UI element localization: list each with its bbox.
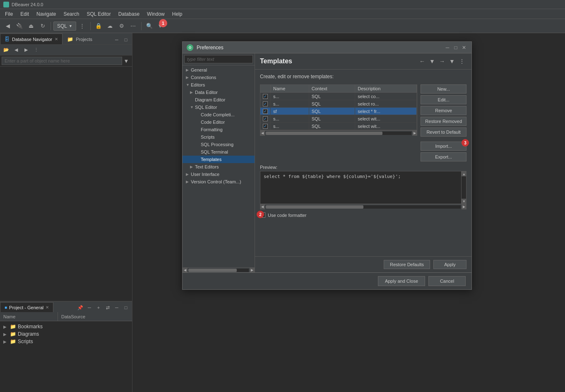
tab-project-general[interactable]: ■ Project - General ✕ xyxy=(0,302,53,312)
table-scroll-right[interactable]: ▶ xyxy=(412,131,417,136)
preview-hscroll-right[interactable]: ▶ xyxy=(462,204,466,209)
pref-user-interface[interactable]: ▶ User Interface xyxy=(183,171,255,178)
panel-minimize[interactable]: ─ xyxy=(112,35,121,44)
menu-database[interactable]: Database xyxy=(115,10,143,18)
toolbar-btn-lock[interactable]: 🔒 xyxy=(93,21,104,31)
pref-templates[interactable]: Templates xyxy=(183,156,255,163)
restore-defaults-button[interactable]: Restore Defaults xyxy=(384,260,430,269)
pref-nav-dropdown[interactable]: ▼ xyxy=(428,57,437,66)
cancel-button[interactable]: Cancel xyxy=(428,276,466,286)
remove-template-button[interactable]: Remove xyxy=(421,106,466,115)
edit-template-button[interactable]: Edit... xyxy=(421,95,466,104)
revert-default-button[interactable]: Revert to Default xyxy=(421,127,466,137)
pref-connections[interactable]: ▶ Connections xyxy=(183,74,255,81)
pref-diagram-editor[interactable]: Diagram Editor xyxy=(183,96,255,103)
pref-sql-editor[interactable]: ▼ SQL Editor xyxy=(183,103,255,111)
col-header-description[interactable]: Description xyxy=(355,85,417,93)
pref-nav-more[interactable]: ⋮ xyxy=(457,57,466,66)
preview-box: select * from ${table} where ${column}='… xyxy=(260,171,466,204)
export-button[interactable]: Export... xyxy=(421,152,466,161)
toolbar-btn-cloud[interactable]: ☁ xyxy=(105,21,115,31)
close-database-navigator[interactable]: ✕ xyxy=(55,37,58,41)
tree-scroll-right[interactable]: ▶ xyxy=(250,268,255,273)
table-row[interactable]: ✓ s... SQL select ro... xyxy=(260,100,417,108)
restore-removed-button[interactable]: Restore Removed xyxy=(421,117,466,126)
project-add[interactable]: + xyxy=(94,303,103,312)
pref-code-editor[interactable]: Code Editor xyxy=(183,118,255,126)
menu-sql-editor[interactable]: SQL Editor xyxy=(83,10,114,18)
preview-scroll-down[interactable]: ▼ xyxy=(462,199,466,204)
toolbar-btn-dots[interactable]: ⋯ xyxy=(128,21,139,31)
project-maximize2[interactable]: □ xyxy=(121,303,130,312)
toolbar-btn-more[interactable]: ⋮ xyxy=(77,21,88,31)
pref-version-control[interactable]: ▶ Version Control (Team...) xyxy=(183,178,255,185)
pref-nav-dropdown2[interactable]: ▼ xyxy=(447,57,457,66)
pref-filter-input[interactable] xyxy=(184,55,253,63)
pref-editors[interactable]: ▼ Editors xyxy=(183,81,255,89)
table-scroll-left[interactable]: ◀ xyxy=(260,131,265,136)
toolbar-btn-back[interactable]: ◀ xyxy=(2,21,13,31)
dialog-close[interactable]: ✕ xyxy=(461,44,467,51)
menu-help[interactable]: Help xyxy=(169,10,186,18)
table-hscrollbar[interactable]: ◀ ▶ xyxy=(260,130,417,135)
panel-maximize[interactable]: □ xyxy=(121,35,130,44)
toolbar-btn-refresh[interactable]: ↻ xyxy=(37,21,48,31)
toolbar-btn-settings[interactable]: ⚙ xyxy=(116,21,127,31)
toolbar-btn-disconnect[interactable]: ⏏ xyxy=(26,21,36,31)
pref-sql-terminal[interactable]: SQL Terminal xyxy=(183,148,255,156)
table-with-buttons: Name Context Description ✓ xyxy=(260,84,466,161)
col-header-context[interactable]: Context xyxy=(309,85,355,93)
new-template-button[interactable]: New... xyxy=(421,84,466,94)
nav-open-folder[interactable]: 📂 xyxy=(2,46,11,55)
project-swap[interactable]: ⇄ xyxy=(103,303,112,312)
nav-forward[interactable]: ▶ xyxy=(22,46,31,55)
table-row[interactable]: ✓ s... SQL select wit... xyxy=(260,115,417,123)
preview-hscrollbar[interactable]: ◀ ▶ xyxy=(260,204,466,209)
pref-scripts[interactable]: Scripts xyxy=(183,133,255,141)
apply-close-button[interactable]: Apply and Close xyxy=(378,276,425,286)
toolbar-btn-connect[interactable]: 🔌 xyxy=(14,21,25,31)
tab-database-navigator[interactable]: 🗄 Database Navigator ✕ xyxy=(0,34,63,44)
pref-nav-back[interactable]: ← xyxy=(418,57,427,66)
preview-hscroll-left[interactable]: ◀ xyxy=(260,204,265,209)
tree-item-bookmarks[interactable]: ▶ 📁 Bookmarks xyxy=(0,323,132,330)
table-row-selected[interactable]: ✓ sf SQL select * fr... xyxy=(260,108,417,115)
pref-data-editor[interactable]: ▶ Data Editor xyxy=(183,89,255,96)
object-search-input[interactable] xyxy=(2,57,122,65)
title-bar: DBeaver 24.0.0 xyxy=(0,0,565,9)
menu-navigate[interactable]: Navigate xyxy=(33,10,59,18)
pref-formatting[interactable]: Formatting xyxy=(183,126,255,133)
pref-code-completion[interactable]: Code Completi... xyxy=(183,111,255,118)
toolbar-btn-search[interactable]: 🔍 xyxy=(144,21,155,31)
menu-window[interactable]: Window xyxy=(144,10,168,18)
dialog-restore[interactable]: □ xyxy=(452,44,459,51)
table-row[interactable]: ✓ s... SQL select wit... xyxy=(260,123,417,130)
preview-vscrollbar[interactable]: ▲ ▼ xyxy=(461,171,466,204)
menu-file[interactable]: File xyxy=(2,10,16,18)
dialog-minimize[interactable]: ─ xyxy=(444,44,451,51)
tree-item-scripts[interactable]: ▶ 📁 Scripts xyxy=(0,338,132,345)
tree-item-diagrams[interactable]: ▶ 📁 Diagrams xyxy=(0,330,132,338)
toolbar-sql-button[interactable]: SQL ▼ xyxy=(53,22,76,31)
pref-general[interactable]: ▶ General xyxy=(183,66,255,74)
project-pin[interactable]: 📌 xyxy=(76,303,85,312)
tab-projects[interactable]: 📁 Projects xyxy=(63,34,97,44)
project-minus[interactable]: ─ xyxy=(85,303,94,312)
apply-button[interactable]: Apply xyxy=(433,260,466,269)
nav-more[interactable]: ⋮ xyxy=(31,46,41,55)
pref-nav-forward[interactable]: → xyxy=(438,57,447,66)
nav-back[interactable]: ◀ xyxy=(12,46,21,55)
filter-button[interactable]: ▼ xyxy=(122,57,130,65)
close-project-tab[interactable]: ✕ xyxy=(46,305,49,310)
table-row[interactable]: ✓ s... SQL select co... xyxy=(260,93,417,100)
import-button[interactable]: Import... xyxy=(421,142,466,151)
preview-scroll-track[interactable] xyxy=(462,176,466,199)
pref-text-editors[interactable]: ▶ Text Editors xyxy=(183,163,255,171)
col-header-name[interactable]: Name xyxy=(271,85,309,93)
menu-edit[interactable]: Edit xyxy=(17,10,32,18)
menu-search[interactable]: Search xyxy=(60,10,82,18)
preview-scroll-up[interactable]: ▲ xyxy=(462,171,466,176)
project-minimize2[interactable]: ─ xyxy=(112,303,121,312)
tree-scroll-left[interactable]: ◀ xyxy=(183,268,188,273)
pref-sql-processing[interactable]: SQL Processing xyxy=(183,141,255,148)
